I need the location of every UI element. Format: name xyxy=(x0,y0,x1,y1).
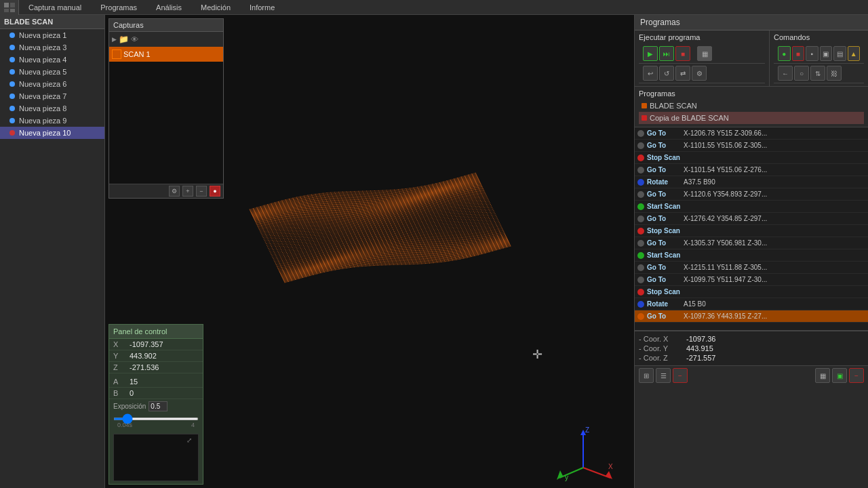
dot-icon-2 xyxy=(9,57,15,62)
coor-y-row: - Coor. Y 443.915 xyxy=(639,344,864,353)
ejecutar-left: Ejecutar programa ▶ ⏭ ■ ▦ ↩ ↺ ⇄ ⚙ xyxy=(635,30,770,86)
cmd-row-6[interactable]: Start Scan xyxy=(635,201,868,213)
cmd-row-11[interactable]: Go To X-1215.11 Y511.88 Z-305... xyxy=(635,262,868,274)
cmd-row-9[interactable]: Go To X-1305.37 Y506.981 Z-30... xyxy=(635,237,868,249)
menu-programas[interactable]: Programas xyxy=(91,0,146,14)
bottom-red2-btn[interactable]: − xyxy=(849,368,864,383)
cmd-type-1: Go To xyxy=(647,142,681,149)
eye-icon: 👁 xyxy=(131,35,138,43)
capture-add-btn[interactable]: + xyxy=(182,186,193,197)
cmd-args-12: X-1099.75 Y511.947 Z-30... xyxy=(684,276,767,283)
cmd-args-11: X-1215.11 Y511.88 Z-305... xyxy=(684,264,767,271)
cmd-type-6: Start Scan xyxy=(647,203,681,210)
left-sidebar: BLADE SCAN Nueva pieza 1 Nueva pieza 3 N… xyxy=(0,15,105,488)
cmd-row-2[interactable]: Stop Scan xyxy=(635,152,868,164)
program-item-1[interactable]: Copia de BLADE SCAN xyxy=(639,112,864,124)
captures-header: Capturas xyxy=(109,19,223,32)
cmd-row-0[interactable]: Go To X-1206.78 Y515 Z-309.66... xyxy=(635,127,868,140)
sidebar-item-6[interactable]: Nueva pieza 8 xyxy=(0,102,104,115)
cmd-indicator-7 xyxy=(637,216,644,222)
cmd-row-13[interactable]: Stop Scan xyxy=(635,286,868,298)
menu-informe[interactable]: Informe xyxy=(240,0,284,14)
cmd-indicator-2 xyxy=(637,155,644,161)
back-btn[interactable]: ↩ xyxy=(643,66,658,81)
program-item-0[interactable]: BLADE SCAN xyxy=(639,100,864,112)
sidebar-item-8[interactable]: Nueva pieza 10 xyxy=(0,127,104,139)
exposure-input[interactable] xyxy=(149,401,167,411)
cmd-red-btn[interactable]: ■ xyxy=(792,46,805,61)
cmd-box-btn[interactable]: ▣ xyxy=(820,46,833,61)
cmd-left-btn[interactable]: ← xyxy=(778,66,793,81)
bottom-green-btn[interactable]: ▣ xyxy=(832,368,847,383)
y-value: 443.902 xyxy=(130,352,157,360)
cmd-type-4: Rotate xyxy=(647,178,681,186)
bottom-list-btn[interactable]: ☰ xyxy=(656,368,671,383)
app-icon xyxy=(0,0,19,15)
cmd-row-10[interactable]: Start Scan xyxy=(635,249,868,262)
cmd-type-8: Stop Scan xyxy=(647,227,681,235)
comandos-label: Comandos xyxy=(774,33,864,41)
refresh-btn[interactable]: ↺ xyxy=(659,66,674,81)
capture-minus-btn[interactable]: − xyxy=(196,186,207,197)
play-btn[interactable]: ▶ xyxy=(643,46,658,61)
settings2-btn[interactable]: ⚙ xyxy=(692,66,707,81)
stop-btn[interactable]: ■ xyxy=(675,46,690,61)
capture-record-btn[interactable]: ● xyxy=(210,186,220,197)
sidebar-item-1[interactable]: Nueva pieza 3 xyxy=(0,41,104,54)
svg-marker-11 xyxy=(557,470,563,480)
svg-rect-1 xyxy=(10,3,15,7)
grid-btn[interactable]: ▦ xyxy=(697,46,712,61)
cmd-dark-btn[interactable]: ▪ xyxy=(806,46,818,61)
cmd-row-3[interactable]: Go To X-1101.54 Y515.06 Z-276... xyxy=(635,164,868,176)
cmd-row-1[interactable]: Go To X-1101.55 Y515.06 Z-305... xyxy=(635,140,868,152)
cmd-green-btn[interactable]: ● xyxy=(778,46,791,61)
sidebar-item-7[interactable]: Nueva pieza 9 xyxy=(0,115,104,127)
dot-icon-3 xyxy=(9,69,15,75)
sidebar-item-2[interactable]: Nueva pieza 4 xyxy=(0,54,104,66)
bottom-delete-btn[interactable]: − xyxy=(673,368,688,383)
play-icon: ▶ xyxy=(112,36,117,43)
cmd-row-8[interactable]: Stop Scan xyxy=(635,225,868,237)
cmd-row-4[interactable]: Rotate A37.5 B90 xyxy=(635,176,868,188)
cmd-args-0: X-1206.78 Y515 Z-309.66... xyxy=(684,129,767,137)
menu-analisis[interactable]: Análisis xyxy=(146,0,191,14)
cmd-link-btn[interactable]: ⛓ xyxy=(827,66,842,81)
cmd-arrows-btn[interactable]: ⇅ xyxy=(810,66,825,81)
a-value: 15 xyxy=(130,378,138,386)
sidebar-item-5[interactable]: Nueva pieza 7 xyxy=(0,90,104,102)
bottom-copy-btn[interactable]: ⊞ xyxy=(639,368,654,383)
coord-z-row: Z -271.536 xyxy=(109,362,203,373)
cmd-indicator-10 xyxy=(637,252,644,259)
cmd-type-15: Go To xyxy=(647,312,681,320)
sync-btn[interactable]: ⇄ xyxy=(675,66,690,81)
svg-text:y: y xyxy=(565,474,568,481)
cmd-row-15[interactable]: Go To X-1097.36 Y443.915 Z-27... xyxy=(635,310,868,323)
cmd-triangle-btn[interactable]: ▲ xyxy=(848,46,861,61)
sidebar-item-4[interactable]: Nueva pieza 6 xyxy=(0,78,104,90)
cmd-row-12[interactable]: Go To X-1099.75 Y511.947 Z-30... xyxy=(635,274,868,286)
menu-captura-manual[interactable]: Captura manual xyxy=(19,0,91,14)
x-value: -1097.357 xyxy=(130,340,163,348)
cmd-row-14[interactable]: Rotate A15 B0 xyxy=(635,298,868,310)
thumbnail-expand-icon[interactable]: ⤢ xyxy=(186,436,196,446)
cmd-type-2: Stop Scan xyxy=(647,154,681,161)
cmd-row-7[interactable]: Go To X-1276.42 Y354.85 Z-297... xyxy=(635,213,868,225)
cmd-box2-btn[interactable]: ▤ xyxy=(833,46,846,61)
right-panel: Programas Ejecutar programa ▶ ⏭ ■ ▦ ↩ ↺ … xyxy=(634,15,868,488)
command-list[interactable]: Go To X-1206.78 Y515 Z-309.66... Go To X… xyxy=(635,127,868,331)
coord-a-row: A 15 xyxy=(109,376,203,388)
sidebar-item-3[interactable]: Nueva pieza 5 xyxy=(0,66,104,78)
cmd-row-5[interactable]: Go To X-1120.6 Y354.893 Z-297... xyxy=(635,188,868,201)
fastforward-btn[interactable]: ⏭ xyxy=(659,46,674,61)
capture-settings-btn[interactable]: ⚙ xyxy=(169,186,180,197)
cmd-args-9: X-1305.37 Y506.981 Z-30... xyxy=(684,239,767,247)
play-controls-row: ▶ ⏭ ■ ▦ xyxy=(639,44,765,64)
exposure-slider[interactable] xyxy=(113,418,199,420)
menu-medicion[interactable]: Medición xyxy=(191,0,240,14)
cmd-circle-btn[interactable]: ○ xyxy=(794,66,809,81)
bottom-btn-row: ⊞ ☰ − ▦ ▣ − xyxy=(635,365,868,385)
capture-item-scan1[interactable]: SCAN 1 xyxy=(109,47,223,62)
sidebar-item-0[interactable]: Nueva pieza 1 xyxy=(0,29,104,41)
bottom-grid2-btn[interactable]: ▦ xyxy=(815,368,830,383)
svg-rect-0 xyxy=(4,3,9,7)
